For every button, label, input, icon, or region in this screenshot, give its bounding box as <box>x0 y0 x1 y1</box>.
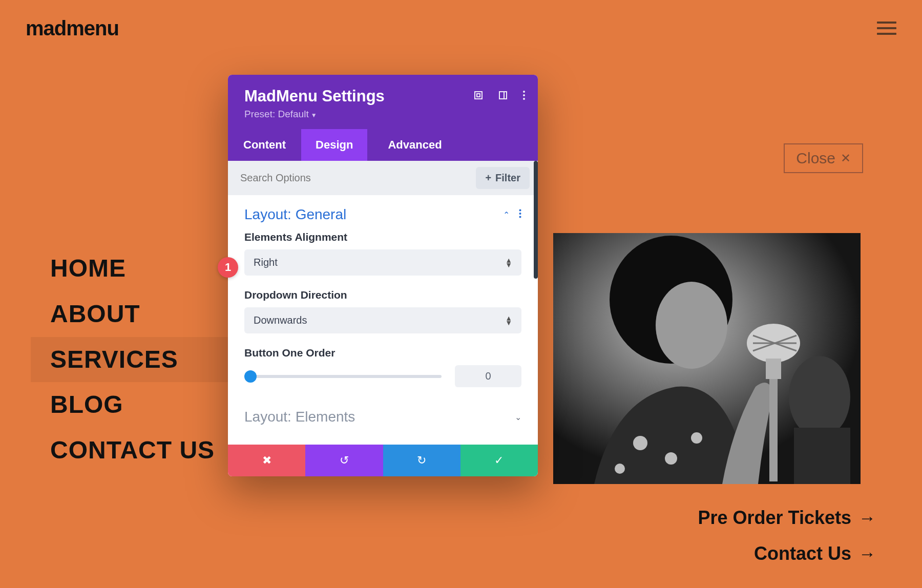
nav-item-home[interactable]: HOME <box>31 246 234 291</box>
cancel-button[interactable]: ✖ <box>228 445 305 476</box>
nav-item-services[interactable]: SERVICES <box>31 337 234 383</box>
preset-selector[interactable]: Preset: Default▼ <box>244 109 521 120</box>
svg-point-25 <box>519 216 521 218</box>
svg-rect-18 <box>499 92 507 99</box>
svg-point-14 <box>789 356 850 438</box>
svg-point-4 <box>633 436 647 450</box>
hero-photo <box>553 233 861 484</box>
tab-design[interactable]: Design <box>301 129 367 161</box>
cta-links: Pre Order Tickets → Contact Us → <box>698 507 876 564</box>
modal-body: + Filter Layout: General ⌃ Elements Alig… <box>228 161 538 445</box>
label-button-one-order: Button One Order <box>244 347 521 359</box>
svg-rect-12 <box>766 359 781 379</box>
slider-thumb[interactable] <box>244 370 257 383</box>
brand-logo[interactable]: madmenu <box>26 17 119 40</box>
label-elements-alignment: Elements Alignment <box>244 231 521 243</box>
svg-rect-13 <box>769 379 778 481</box>
settings-modal: MadMenu Settings Preset: Default▼ Conten… <box>228 75 538 476</box>
sort-icon: ▲▼ <box>505 258 512 267</box>
close-icon: ✖ <box>262 454 271 467</box>
modal-footer: ✖ ↺ ↻ ✓ <box>228 445 538 476</box>
close-icon: ✕ <box>841 151 851 165</box>
undo-button[interactable]: ↺ <box>305 445 383 476</box>
close-label: Close <box>796 150 835 167</box>
svg-point-23 <box>519 209 521 212</box>
arrow-right-icon: → <box>858 508 876 528</box>
svg-point-6 <box>615 464 625 474</box>
section-layout-general[interactable]: Layout: General <box>244 206 346 223</box>
modal-tabs: Content Design Advanced <box>228 129 538 161</box>
select-elements-alignment[interactable]: Right ▲▼ <box>244 249 521 276</box>
modal-header: MadMenu Settings Preset: Default▼ <box>228 75 538 129</box>
slider-button-order[interactable] <box>244 375 442 378</box>
svg-point-3 <box>656 282 727 369</box>
sort-icon: ▲▼ <box>505 316 512 325</box>
expand-icon[interactable] <box>473 90 484 100</box>
svg-point-24 <box>519 213 521 215</box>
nav-item-blog[interactable]: BLOG <box>31 382 234 428</box>
svg-point-22 <box>523 98 525 100</box>
panel-icon[interactable] <box>498 90 508 100</box>
redo-button[interactable]: ↻ <box>383 445 460 476</box>
main-nav: HOME ABOUT SERVICES BLOG CONTACT US <box>31 246 234 473</box>
more-icon[interactable] <box>522 90 526 100</box>
tab-content[interactable]: Content <box>228 129 301 161</box>
filter-button[interactable]: + Filter <box>476 167 530 189</box>
save-button[interactable]: ✓ <box>460 445 538 476</box>
label-dropdown-direction: Dropdown Direction <box>244 289 521 301</box>
check-icon: ✓ <box>494 454 504 467</box>
svg-point-21 <box>523 94 525 96</box>
caret-down-icon: ▼ <box>311 112 317 119</box>
tab-advanced[interactable]: Advanced <box>367 129 462 161</box>
annotation-badge-1: 1 <box>218 257 238 278</box>
svg-rect-16 <box>475 92 482 99</box>
slider-value-input[interactable]: 0 <box>455 365 521 387</box>
chevron-down-icon[interactable]: ⌄ <box>515 412 521 422</box>
search-input[interactable] <box>236 168 471 188</box>
redo-icon: ↻ <box>417 454 426 467</box>
svg-point-5 <box>665 452 677 465</box>
scrollbar[interactable] <box>534 161 538 279</box>
section-layout-elements[interactable]: Layout: Elements <box>244 409 355 425</box>
hamburger-menu-icon[interactable] <box>877 22 896 35</box>
select-dropdown-direction[interactable]: Downwards ▲▼ <box>244 307 521 333</box>
undo-icon: ↺ <box>340 454 349 467</box>
more-icon[interactable] <box>519 209 521 220</box>
plus-icon: + <box>485 172 491 184</box>
svg-rect-15 <box>794 428 850 484</box>
link-pre-order[interactable]: Pre Order Tickets → <box>698 507 876 529</box>
svg-point-7 <box>691 432 702 444</box>
svg-rect-17 <box>477 94 480 97</box>
svg-point-20 <box>523 91 525 93</box>
link-contact-us[interactable]: Contact Us → <box>754 543 876 564</box>
nav-item-about[interactable]: ABOUT <box>31 291 234 337</box>
arrow-right-icon: → <box>858 544 876 564</box>
chevron-up-icon[interactable]: ⌃ <box>503 210 510 220</box>
nav-item-contact[interactable]: CONTACT US <box>31 428 234 473</box>
close-button[interactable]: Close ✕ <box>784 143 863 173</box>
